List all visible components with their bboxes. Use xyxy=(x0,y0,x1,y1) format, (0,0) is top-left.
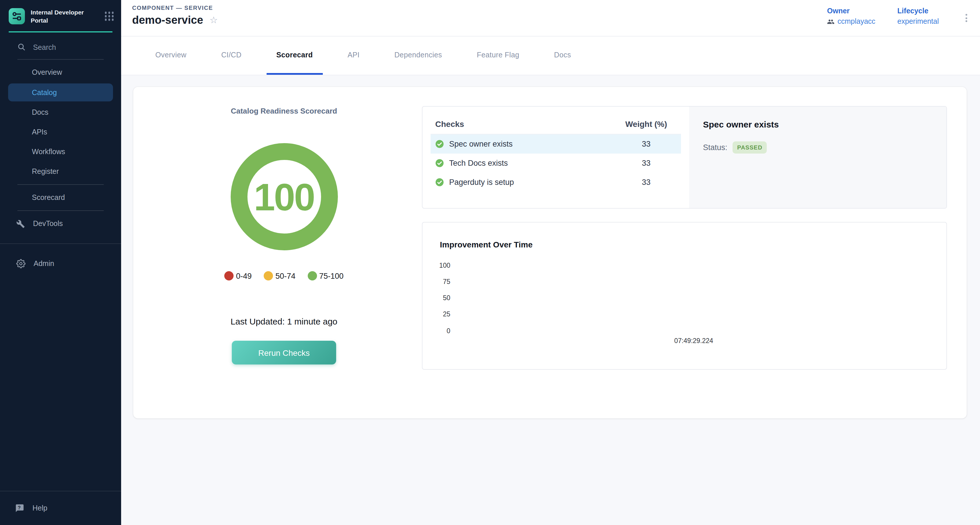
sidebar-divider xyxy=(18,211,104,211)
status-badge: PASSED xyxy=(733,142,767,154)
status-label: Status: xyxy=(703,143,727,152)
sidebar-item-label: Register xyxy=(32,168,59,176)
red-dot-icon xyxy=(224,271,234,280)
sidebar-item-label: DevTools xyxy=(33,220,63,228)
sidebar-item-scorecard[interactable]: Scorecard xyxy=(0,188,121,208)
brand-title: Internal Developer Portal xyxy=(31,8,99,25)
sidebar-item-label: Help xyxy=(32,504,47,512)
lifecycle-block: Lifecycle experimental xyxy=(897,7,939,25)
owner-label: Owner xyxy=(827,7,875,15)
sidebar-item-workflows[interactable]: Workflows xyxy=(0,142,121,162)
y-axis-tick: 75 xyxy=(427,278,450,285)
legend-item-mid: 50-74 xyxy=(264,271,295,280)
sidebar-item-catalog[interactable]: Catalog xyxy=(8,84,113,102)
entity-header: COMPONENT — SERVICE demo-service ☆ Owner… xyxy=(121,0,980,37)
sidebar-item-register[interactable]: Register xyxy=(0,162,121,182)
main-area: COMPONENT — SERVICE demo-service ☆ Owner… xyxy=(121,0,980,525)
score-value: 100 xyxy=(254,175,314,219)
breadcrumb: COMPONENT — SERVICE xyxy=(132,5,213,11)
sidebar-item-apis[interactable]: APIs xyxy=(0,123,121,142)
legend-item-high: 75-100 xyxy=(308,271,344,280)
improvement-chart: Improvement Over Time 100 75 50 25 0 07:… xyxy=(422,222,947,370)
tab-docs[interactable]: Docs xyxy=(544,37,581,75)
scorecard-title: Catalog Readiness Scorecard xyxy=(231,107,337,115)
sidebar-bottom: ? Help xyxy=(0,491,121,525)
sidebar-item-admin[interactable]: Admin xyxy=(0,254,121,274)
brand-accent-rule xyxy=(9,32,113,33)
check-detail-panel: Spec owner exists Status: PASSED xyxy=(689,107,947,208)
sidebar-item-label: Docs xyxy=(32,109,48,117)
entity-tabs: Overview CI/CD Scorecard API Dependencie… xyxy=(121,37,980,75)
checks-panel: Checks Weight (%) Spec owner exists xyxy=(422,106,947,208)
yellow-dot-icon xyxy=(264,271,273,280)
search-icon xyxy=(18,43,25,53)
y-axis-tick: 50 xyxy=(427,294,450,301)
owner-value: ccmplayacc xyxy=(837,18,875,25)
checks-table-header: Checks Weight (%) xyxy=(431,114,681,134)
sidebar-divider xyxy=(18,59,104,60)
favorite-star-icon[interactable]: ☆ xyxy=(210,16,218,25)
sidebar-item-docs[interactable]: Docs xyxy=(0,103,121,123)
gauge-column: Catalog Readiness Scorecard 100 0-49 50-… xyxy=(133,87,435,364)
lifecycle-value: experimental xyxy=(897,18,939,25)
gear-icon xyxy=(16,259,25,269)
last-updated-text: Last Updated: 1 minute ago xyxy=(231,317,337,326)
owner-link[interactable]: ccmplayacc xyxy=(827,18,875,25)
entity-meta: Owner ccmplayacc Lifecycle experimental xyxy=(827,0,970,25)
sidebar-item-label: Admin xyxy=(33,260,54,268)
legend-item-low: 0-49 xyxy=(224,271,251,280)
scorecard-card: Catalog Readiness Scorecard 100 0-49 50-… xyxy=(133,87,967,418)
app-root: Internal Developer Portal Search Overvie… xyxy=(0,0,980,525)
sidebar-divider xyxy=(18,185,104,185)
page-title: demo-service xyxy=(132,14,203,27)
search-label: Search xyxy=(33,44,56,52)
sidebar-divider xyxy=(0,243,121,244)
check-circle-icon xyxy=(435,178,444,186)
score-gauge: 100 xyxy=(231,143,337,250)
app-switcher-icon[interactable] xyxy=(105,11,114,21)
sidebar-search[interactable]: Search xyxy=(0,39,121,57)
sidebar-item-label: APIs xyxy=(32,128,47,137)
y-axis-tick: 0 xyxy=(427,328,450,334)
chart-title: Improvement Over Time xyxy=(440,240,533,249)
y-axis-tick: 100 xyxy=(427,262,450,269)
tab-scorecard[interactable]: Scorecard xyxy=(266,37,323,75)
more-options-icon[interactable] xyxy=(963,11,970,25)
tab-cicd[interactable]: CI/CD xyxy=(211,37,251,75)
tab-dependencies[interactable]: Dependencies xyxy=(385,37,452,75)
brand: Internal Developer Portal xyxy=(0,0,121,30)
y-axis-tick: 25 xyxy=(427,310,450,318)
sidebar-item-overview[interactable]: Overview xyxy=(0,63,121,83)
tab-feature-flag[interactable]: Feature Flag xyxy=(467,37,530,75)
x-axis-tick: 07:49:29.224 xyxy=(674,337,713,344)
scorecard-content: Catalog Readiness Scorecard 100 0-49 50-… xyxy=(121,75,980,525)
check-circle-icon xyxy=(435,140,444,148)
group-icon xyxy=(827,18,835,25)
owner-block: Owner ccmplayacc xyxy=(827,7,875,25)
help-glyph: ? xyxy=(18,504,21,510)
weight-header-label: Weight (%) xyxy=(611,119,681,128)
lifecycle-label: Lifecycle xyxy=(897,7,939,15)
portal-logo-icon[interactable] xyxy=(9,8,25,24)
sidebar-item-label: Overview xyxy=(32,68,62,77)
help-chat-icon: ? xyxy=(15,504,25,513)
wrench-icon xyxy=(16,220,25,228)
sidebar-item-devtools[interactable]: DevTools xyxy=(0,214,121,234)
tab-api[interactable]: API xyxy=(337,37,369,75)
sidebar-item-label: Catalog xyxy=(32,89,57,97)
table-row-tech-docs[interactable]: Tech Docs exists 33 xyxy=(431,154,681,173)
checks-header-label: Checks xyxy=(435,119,611,128)
sidebar-item-label: Workflows xyxy=(32,148,65,156)
table-row-pagerduty[interactable]: Pagerduty is setup 33 xyxy=(431,173,681,192)
check-circle-icon xyxy=(435,159,444,167)
sidebar: Internal Developer Portal Search Overvie… xyxy=(0,0,121,525)
green-dot-icon xyxy=(308,271,317,280)
sidebar-item-help[interactable]: ? Help xyxy=(0,492,121,525)
table-row-spec-owner[interactable]: Spec owner exists 33 xyxy=(431,134,681,154)
check-detail-title: Spec owner exists xyxy=(703,119,947,129)
sidebar-item-label: Scorecard xyxy=(32,194,65,202)
checks-table: Checks Weight (%) Spec owner exists xyxy=(423,107,689,208)
score-legend: 0-49 50-74 75-100 xyxy=(224,271,344,280)
tab-overview[interactable]: Overview xyxy=(145,37,196,75)
rerun-checks-button[interactable]: Rerun Checks xyxy=(232,341,336,364)
